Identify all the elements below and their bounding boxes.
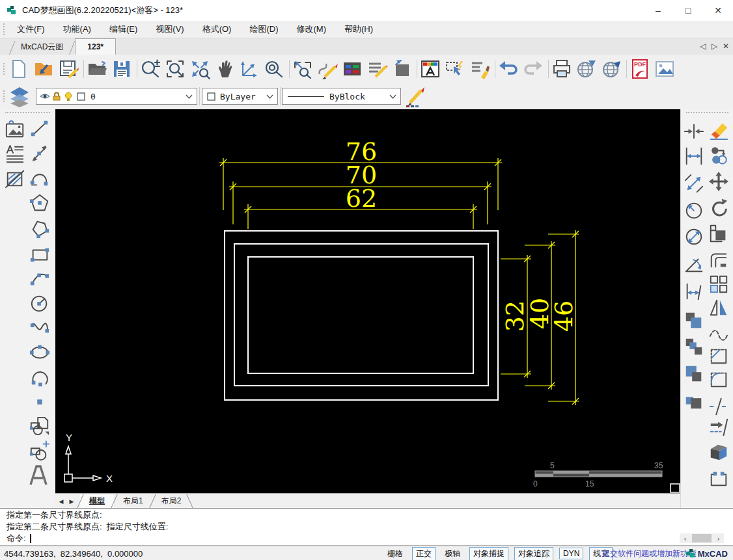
command-scrollbar[interactable]: ‹ › [680, 533, 724, 543]
drawing-canvas[interactable]: 76 70 62 32 40 46 Y X 5 35 0 15 [55, 109, 680, 493]
write-block-button[interactable] [29, 415, 51, 437]
dim-angular-button[interactable] [683, 253, 705, 275]
point-button[interactable] [29, 391, 51, 413]
dim-radius-button[interactable] [683, 198, 705, 220]
save-as-button[interactable] [111, 58, 133, 80]
box-3d-button[interactable] [708, 441, 730, 463]
toggle-osnap[interactable]: 对象捕捉 [469, 547, 508, 560]
view-restore-button[interactable] [292, 58, 314, 80]
minimize-button[interactable]: – [643, 0, 673, 21]
circle-button[interactable] [29, 292, 51, 314]
move-button[interactable] [708, 170, 730, 193]
layer-stack-button[interactable] [8, 85, 31, 107]
array-button[interactable] [708, 273, 730, 295]
text-style-button[interactable] [4, 143, 26, 165]
zoom-window-button[interactable] [164, 58, 186, 80]
rotate-button[interactable] [708, 196, 730, 219]
close-button[interactable]: ✕ [703, 0, 733, 21]
command-input-line[interactable]: 命令: [7, 533, 733, 544]
dim-aligned-button[interactable] [683, 172, 705, 194]
construction-line-button[interactable] [29, 142, 51, 165]
toggle-grid[interactable]: 栅格 [384, 548, 406, 560]
scroll-right-icon[interactable]: › [713, 533, 724, 543]
color-combo[interactable]: ByLayer [202, 88, 278, 105]
feedback-link[interactable]: 提交软件问题或增加新功能 [602, 548, 696, 559]
toggle-dyn[interactable]: DYN [559, 548, 583, 559]
menu-help[interactable]: 帮助(H) [338, 21, 380, 37]
rectangle-button[interactable] [29, 244, 51, 266]
order-above-button[interactable] [683, 363, 705, 385]
chevron-down-icon[interactable] [186, 94, 193, 99]
order-back-button[interactable] [683, 336, 705, 358]
stretch-button[interactable] [708, 467, 730, 489]
linetype-combo[interactable]: ByBlock [282, 88, 401, 105]
dim-join-button[interactable] [683, 120, 705, 142]
menu-draw[interactable]: 绘图(D) [243, 21, 284, 37]
print-button[interactable] [551, 58, 573, 80]
trim-button[interactable] [708, 416, 730, 438]
quick-annotate-pencil-button[interactable] [316, 58, 339, 80]
pdf-export-button[interactable]: PDF [629, 58, 651, 80]
layout-prev-icon[interactable]: ◀ [57, 496, 66, 507]
new-file-button[interactable] [8, 58, 30, 80]
toggle-otrack[interactable]: 对象追踪 [514, 547, 553, 560]
save-button[interactable] [57, 58, 79, 80]
toggle-polar[interactable]: 极轴 [441, 548, 463, 560]
region-fill-button[interactable] [391, 58, 413, 80]
copy-button[interactable] [708, 144, 730, 167]
undo-button[interactable] [497, 58, 519, 80]
menu-view[interactable]: 视图(V) [149, 21, 190, 37]
tab-model[interactable]: 模型 [80, 494, 114, 508]
zoom-extents-button[interactable] [189, 58, 211, 80]
polygon-button[interactable] [29, 192, 51, 214]
layer-manager-button[interactable] [419, 58, 441, 80]
tab-scroll-right-icon[interactable]: ▷ [712, 42, 717, 51]
closed-polyline-button[interactable] [29, 218, 51, 240]
match-properties-button[interactable] [469, 58, 491, 80]
chevron-down-icon[interactable] [266, 94, 273, 99]
arc-3point-button[interactable] [29, 267, 51, 289]
dim-continue-button[interactable] [683, 280, 705, 302]
insert-block-button[interactable] [29, 440, 51, 462]
command-window[interactable]: 指定第一条尺寸界线原点: 指定第二条尺寸界线原点: 指定尺寸线位置: 命令: ‹… [0, 508, 733, 546]
order-below-button[interactable] [683, 389, 705, 411]
chamfer-button[interactable] [708, 345, 730, 367]
tab-mxcad-cloud[interactable]: MxCAD云图 [9, 39, 75, 55]
pan-button[interactable] [214, 58, 236, 80]
redo-button[interactable] [522, 58, 544, 80]
offset-button[interactable] [708, 248, 730, 271]
mirror-button[interactable] [708, 297, 730, 319]
scale-button[interactable] [708, 222, 730, 245]
dim-linear-button[interactable] [683, 145, 705, 167]
fillet-button[interactable] [708, 368, 730, 390]
dim-diameter-button[interactable] [683, 226, 705, 248]
web-open-button[interactable] [600, 58, 622, 80]
layer-color-swatch[interactable] [76, 92, 86, 101]
zoom-center-button[interactable] [263, 58, 285, 80]
linetype-manager-button[interactable] [366, 58, 388, 80]
tab-layout1[interactable]: 布局1 [114, 494, 152, 508]
ucs-axes-button[interactable] [238, 58, 260, 80]
break-button[interactable] [708, 395, 730, 418]
arc-button[interactable] [29, 366, 51, 388]
layout-next-icon[interactable]: ▶ [67, 496, 76, 507]
layer-lock-icon[interactable] [51, 91, 62, 101]
toggle-ortho[interactable]: 正交 [412, 547, 436, 560]
text-button[interactable] [27, 464, 49, 487]
layer-visible-eye-icon[interactable] [40, 91, 50, 101]
image-export-button[interactable] [654, 58, 676, 80]
tab-close-icon[interactable]: ✕ [723, 42, 729, 51]
hatch-button[interactable] [4, 168, 26, 190]
layer-combo[interactable]: 0 [36, 88, 197, 105]
spline-button[interactable] [29, 317, 51, 339]
maximize-button[interactable]: □ [673, 0, 703, 21]
tab-scroll-left-icon[interactable]: ◁ [700, 42, 706, 51]
tab-layout2[interactable]: 布局2 [152, 494, 191, 508]
tab-123-active[interactable]: 123* [75, 38, 116, 55]
scrollbar-thumb[interactable] [692, 534, 712, 542]
draw-color-pencil-button[interactable] [404, 85, 427, 107]
revision-curve-button[interactable] [708, 324, 730, 346]
order-front-button[interactable] [683, 310, 705, 332]
insert-image-button[interactable] [4, 118, 26, 140]
chevron-down-icon[interactable] [389, 94, 396, 99]
